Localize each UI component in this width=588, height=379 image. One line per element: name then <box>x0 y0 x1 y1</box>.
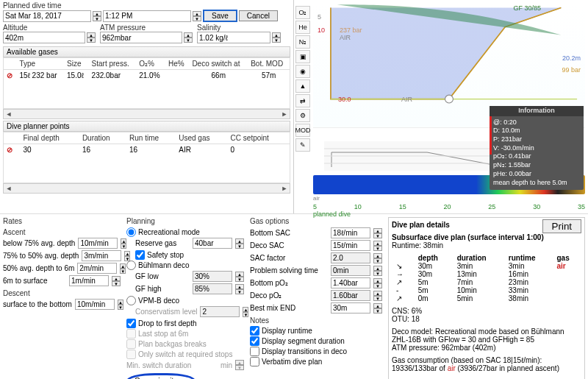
table-row: ↗0m5min38min <box>392 294 581 302</box>
best-mix-end-input[interactable] <box>331 302 370 314</box>
deco-po2-input <box>331 290 370 301</box>
info-tooltip: Information @: 0:20D: 10.0mP: 231barV: -… <box>490 106 584 190</box>
profile-tool-icon[interactable]: O₂ <box>295 6 310 19</box>
cancel-button[interactable]: Cancel <box>239 10 278 21</box>
profile-tool-icon[interactable]: ▲ <box>295 79 310 93</box>
profile-tool-icon[interactable]: MOD <box>295 124 310 137</box>
descent-rate-input[interactable] <box>75 299 115 310</box>
gfhigh-input <box>193 283 232 294</box>
display-transitions-checkbox[interactable] <box>250 347 259 356</box>
circuit-select[interactable]: Open circuit ▼ <box>126 373 196 379</box>
planning-panel: Planning Recreational mode Reserve gas▲▼… <box>126 217 244 379</box>
altitude-input[interactable] <box>3 32 85 43</box>
display-segment-checkbox[interactable] <box>250 336 259 346</box>
details-title: Dive plan details <box>392 221 450 229</box>
table-row[interactable]: ⊘301616AIR0 <box>4 144 290 156</box>
svg-point-1 <box>445 95 453 103</box>
planned-time-label: Planned dive time <box>3 1 290 10</box>
available-gases-header: Available gases <box>3 46 290 57</box>
table-row: ↗5m7min23min <box>392 278 581 286</box>
points-table: Final depthDurationRun timeUsed gasCC se… <box>3 132 290 183</box>
reserve-gas-input[interactable] <box>193 238 232 249</box>
ascent-rate-3-input[interactable] <box>77 263 117 274</box>
bottom-po2-input[interactable] <box>331 277 370 288</box>
gflow-input <box>193 271 232 282</box>
ascent-rate-2-input[interactable] <box>82 250 121 261</box>
recreational-radio[interactable] <box>126 227 136 237</box>
profile-tool-icon[interactable]: ▣ <box>295 50 310 63</box>
delete-icon[interactable]: ⊘ <box>7 146 12 154</box>
profile-tool-icon[interactable]: N₂ <box>295 35 310 49</box>
profile-tool-icon[interactable]: ⚙ <box>295 109 310 122</box>
profile-tool-icon[interactable]: ⇄ <box>295 94 310 107</box>
profile-tool-icon[interactable]: ◉ <box>295 65 310 78</box>
atm-input[interactable] <box>100 32 182 43</box>
h-scrollbar[interactable]: ◄► <box>3 183 290 194</box>
profile-panel: O₂HeN₂▣◉▲⇄⚙MOD✎ 5 10 237 bar AIR GF 30/8… <box>294 0 588 213</box>
salinity-input[interactable] <box>197 32 270 43</box>
profile-toolbar: O₂HeN₂▣◉▲⇄⚙MOD✎ <box>294 6 312 152</box>
planner-inputs-panel: Planned dive time ▲▼ ▲▼ Save Cancel Alti… <box>0 0 294 213</box>
deco-sac-input[interactable] <box>331 240 370 251</box>
salinity-label: Salinity <box>197 24 285 32</box>
dive-date-input[interactable] <box>3 10 91 22</box>
vpmb-radio[interactable] <box>126 296 136 305</box>
ascent-rate-1-input[interactable] <box>78 238 118 249</box>
table-row: -5m10min33min <box>392 286 581 294</box>
stepper-down-icon[interactable]: ▼ <box>93 16 101 21</box>
scroll-right-icon[interactable]: ► <box>279 110 290 118</box>
delete-icon[interactable]: ⊘ <box>7 71 12 79</box>
ascent-rate-4-input[interactable] <box>69 275 109 286</box>
verbatim-plan-checkbox[interactable] <box>250 357 259 366</box>
x-axis: 5101520253035 <box>313 203 585 210</box>
rates-panel: Rates Ascent below 75% avg. depth▲▼ 75% … <box>3 217 121 379</box>
plan-steps-table: depthdurationruntimegas ↘30m3min3minair→… <box>392 254 581 302</box>
air-label: air <box>313 195 585 202</box>
altitude-label: Altitude <box>3 24 98 32</box>
table-row[interactable]: ⊘15ℓ 232 bar15.0ℓ232.0bar21.0%66m57m <box>4 70 290 82</box>
print-button[interactable]: Print <box>542 219 581 233</box>
profile-tool-icon[interactable]: ✎ <box>295 138 310 152</box>
gas-options-panel: Gas options Bottom SAC▲▼ Deco SAC▲▼ SAC … <box>250 217 382 379</box>
h-scrollbar[interactable]: ◄► <box>3 109 290 119</box>
gases-table: TypeSizeStart press.O₂%He%Deco switch at… <box>3 57 290 109</box>
sac-factor-input <box>331 252 370 263</box>
dive-time-input[interactable] <box>103 10 191 22</box>
scroll-left-icon[interactable]: ◄ <box>4 110 14 118</box>
planner-points-header: Dive planner points <box>3 121 290 132</box>
table-row: ↘30m3min3minair <box>392 262 581 270</box>
backgas-breaks-checkbox <box>126 339 136 349</box>
buhlmann-radio[interactable] <box>126 261 136 270</box>
required-stops-checkbox <box>126 350 136 359</box>
save-button[interactable]: Save <box>203 10 237 22</box>
stepper-up-icon[interactable]: ▲ <box>93 11 101 16</box>
display-runtime-checkbox[interactable] <box>250 326 259 336</box>
table-row: →30m13min16min <box>392 270 581 278</box>
safety-stop-checkbox[interactable] <box>135 250 145 260</box>
profile-tool-icon[interactable]: He <box>295 21 310 34</box>
dive-plan-details-panel: Dive plan details Print Subsurface dive … <box>388 217 585 379</box>
last-stop-6m-checkbox <box>126 329 136 339</box>
drop-first-depth-checkbox[interactable] <box>126 319 136 328</box>
problem-time-input <box>331 265 370 276</box>
bottom-sac-input[interactable] <box>331 227 370 238</box>
atm-label: ATM pressure <box>100 24 196 32</box>
conservatism-input <box>200 306 240 317</box>
